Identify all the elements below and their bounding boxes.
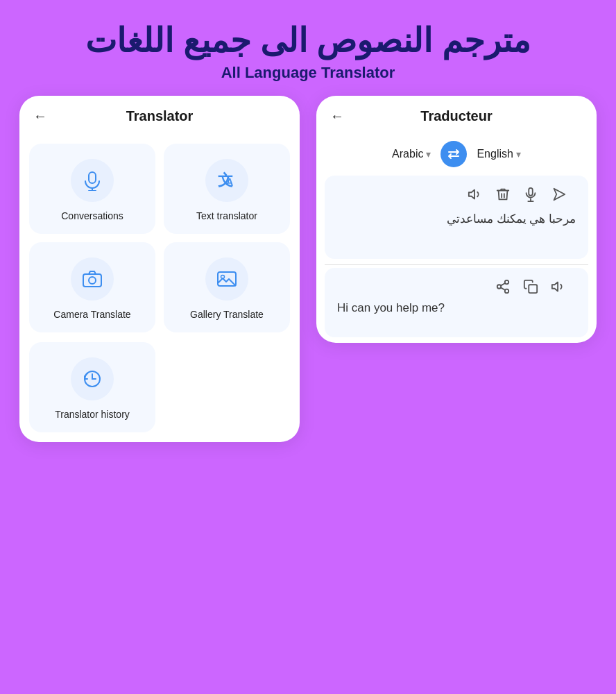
svg-line-19 xyxy=(501,283,505,286)
translated-text-box: Hi can you help me? xyxy=(325,268,588,337)
conversations-icon-circle xyxy=(71,159,114,202)
text-translator-icon-circle: 文 A xyxy=(205,159,248,202)
copy-button[interactable] xyxy=(523,279,538,294)
right-back-arrow[interactable]: ← xyxy=(330,108,344,124)
svg-marker-21 xyxy=(552,282,558,291)
send-icon xyxy=(551,187,566,202)
language-selector-row: Arabic ▾ English ▾ xyxy=(316,134,597,173)
svg-rect-0 xyxy=(89,172,96,183)
svg-rect-5 xyxy=(83,274,101,287)
svg-rect-11 xyxy=(529,187,533,195)
swap-languages-button[interactable] xyxy=(440,141,467,167)
share-icon xyxy=(495,279,511,294)
svg-point-15 xyxy=(505,280,509,284)
right-card-header: ← Traducteur xyxy=(316,96,597,134)
svg-line-18 xyxy=(501,287,505,290)
menu-item-camera-translate[interactable]: Camera Translate xyxy=(29,242,155,332)
source-actions xyxy=(334,183,579,205)
cards-row: ← Translator Conversations xyxy=(0,96,616,694)
send-button[interactable] xyxy=(551,187,566,202)
menu-grid: Conversations 文 A Text translator xyxy=(19,134,300,342)
source-chevron-icon: ▾ xyxy=(426,149,431,160)
history-icon xyxy=(82,369,103,389)
delete-icon xyxy=(495,187,511,202)
volume-translated-button[interactable] xyxy=(551,279,566,294)
svg-marker-14 xyxy=(554,188,565,200)
gallery-translate-label: Gallery Translate xyxy=(190,309,264,320)
english-subtitle: All Language Translator xyxy=(14,64,602,82)
menu-item-conversations[interactable]: Conversations xyxy=(29,144,155,234)
svg-point-17 xyxy=(505,289,509,293)
translator-history-label: Translator history xyxy=(55,409,130,420)
left-back-arrow[interactable]: ← xyxy=(33,108,47,124)
gallery-icon xyxy=(216,269,237,289)
svg-point-6 xyxy=(89,277,96,284)
translated-english-text: Hi can you help me? xyxy=(334,297,579,319)
source-language-selector[interactable]: Arabic ▾ xyxy=(392,148,431,160)
svg-rect-20 xyxy=(529,285,537,293)
divider xyxy=(325,264,588,265)
share-button[interactable] xyxy=(495,279,511,294)
svg-text:A: A xyxy=(226,176,233,187)
mic-input-icon xyxy=(523,187,538,202)
svg-marker-10 xyxy=(469,189,474,198)
source-language-label: Arabic xyxy=(392,148,423,160)
arabic-title: مترجم النصوص الى جميع اللغات xyxy=(14,21,602,61)
delete-button[interactable] xyxy=(495,187,511,202)
menu-item-gallery-translate[interactable]: Gallery Translate xyxy=(164,242,290,332)
swap-icon xyxy=(447,147,461,161)
conversations-label: Conversations xyxy=(61,210,123,221)
camera-translate-label: Camera Translate xyxy=(53,309,130,320)
target-chevron-icon: ▾ xyxy=(516,149,521,160)
mic-button[interactable] xyxy=(523,187,538,202)
left-card-title: Translator xyxy=(126,108,194,124)
volume-translated-icon xyxy=(551,279,566,294)
translator-card: ← Translator Conversations xyxy=(19,96,300,442)
target-language-selector[interactable]: English ▾ xyxy=(477,148,520,160)
translate-icon: 文 A xyxy=(216,170,237,191)
source-text-box: مرحبا هي يمكنك مساعدتي xyxy=(325,176,588,259)
page-header: مترجم النصوص الى جميع اللغات All Languag… xyxy=(0,0,616,96)
source-arabic-text: مرحبا هي يمكنك مساعدتي xyxy=(334,205,579,230)
mic-icon xyxy=(82,170,103,191)
right-card-title: Traducteur xyxy=(420,108,492,124)
history-icon-circle xyxy=(71,357,114,400)
copy-icon xyxy=(523,279,538,294)
camera-translate-icon-circle xyxy=(71,257,114,301)
volume-icon xyxy=(468,187,483,202)
menu-item-text-translator[interactable]: 文 A Text translator xyxy=(164,144,290,234)
traducteur-card: ← Traducteur Arabic ▾ English ▾ xyxy=(316,96,597,343)
translated-actions xyxy=(334,275,579,297)
gallery-translate-icon-circle xyxy=(205,257,248,301)
menu-item-translator-history[interactable]: Translator history xyxy=(29,342,155,432)
volume-button[interactable] xyxy=(468,187,483,202)
camera-icon xyxy=(82,269,103,289)
text-translator-label: Text translator xyxy=(196,210,257,221)
history-row: Translator history xyxy=(19,342,300,442)
left-card-header: ← Translator xyxy=(19,96,300,134)
svg-point-16 xyxy=(497,285,502,289)
target-language-label: English xyxy=(477,148,513,160)
